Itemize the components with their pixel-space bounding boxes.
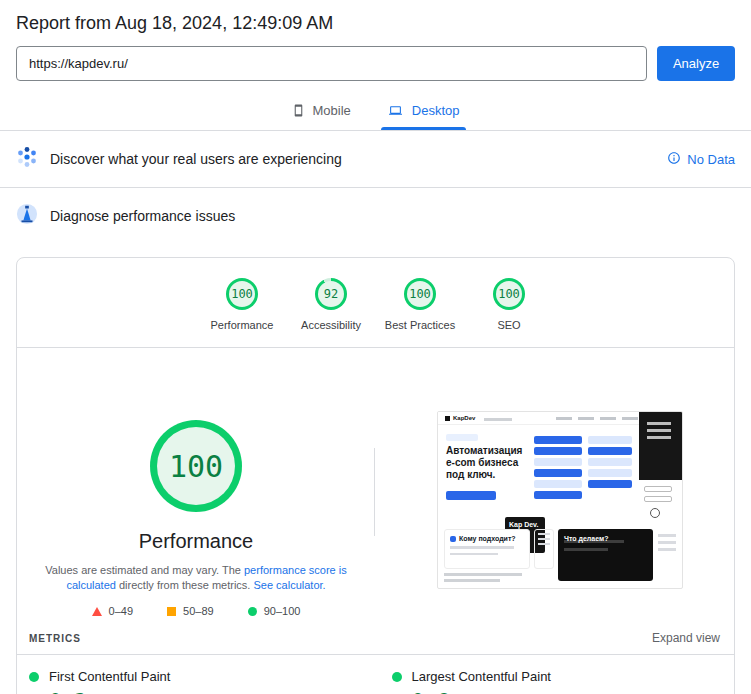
see-calculator-link[interactable]: See calculator. — [253, 579, 325, 591]
screenshot-side-buttons — [644, 486, 672, 506]
no-data-label: No Data — [687, 152, 735, 167]
score-accessibility[interactable]: 92 Accessibility — [287, 278, 376, 331]
performance-summary: 100 Performance Values are estimated and… — [17, 348, 734, 617]
screenshot-headline: Автоматизация e-com бизнеса под ключ. — [446, 445, 546, 481]
category-scores: 100 Performance 92 Accessibility 100 Bes… — [17, 258, 734, 348]
screenshot-right-bars — [658, 534, 676, 555]
mobile-icon — [292, 104, 305, 117]
screenshot-mid-card — [534, 529, 554, 569]
disclaimer-text-2: directly from these metrics. — [116, 579, 254, 591]
tab-desktop[interactable]: Desktop — [375, 95, 472, 130]
performance-gauge-block: 100 Performance Values are estimated and… — [17, 348, 375, 617]
legend-pass: 90–100 — [248, 605, 301, 617]
green-dot-icon — [29, 672, 39, 682]
best-practices-gauge: 100 — [404, 278, 436, 310]
score-disclaimer: Values are estimated and may vary. The p… — [26, 563, 366, 593]
metric-lcp[interactable]: Largest Contentful Paint 0.6 s — [392, 669, 711, 694]
report-title: Report from Aug 18, 2024, 12:49:09 AM — [0, 0, 751, 46]
performance-gauge: 100 — [226, 278, 258, 310]
lab-data-title: Diagnose performance issues — [50, 208, 235, 224]
performance-gauge-title: Performance — [139, 530, 254, 553]
metric-lcp-value: 0.6 s — [412, 690, 711, 694]
metric-fcp-value: 0.3 s — [49, 690, 348, 694]
lighthouse-icon — [16, 203, 38, 229]
disclaimer-text-1: Values are estimated and may vary. The — [45, 564, 244, 576]
analyze-bar: Analyze — [0, 46, 751, 81]
screenshot-nav-placeholder — [556, 417, 638, 420]
legend-fail: 0–49 — [92, 605, 133, 617]
field-data-title: Discover what your real users are experi… — [50, 151, 342, 167]
lab-data-section: Diagnose performance issues — [0, 188, 751, 244]
screenshot-arrow-circle — [650, 508, 660, 518]
legend-average: 50–89 — [167, 605, 214, 617]
screenshot-chip — [446, 434, 478, 441]
green-circle-icon — [248, 607, 257, 616]
green-dot-icon — [392, 672, 402, 682]
tab-mobile[interactable]: Mobile — [280, 95, 363, 130]
screenshot-phone-placeholder — [484, 418, 512, 421]
screenshot-footer-bars — [444, 573, 522, 585]
orange-square-icon — [167, 607, 176, 616]
screenshot-cta-button — [446, 491, 496, 500]
desktop-icon — [387, 104, 404, 117]
no-data-status[interactable]: No Data — [667, 151, 735, 168]
site-screenshot[interactable]: KapDev Автоматизация e-com бизнеса под к… — [437, 411, 683, 589]
performance-score-gauge[interactable]: 100 — [150, 420, 242, 512]
screenshot-column: KapDev Автоматизация e-com бизнеса под к… — [437, 348, 683, 617]
screenshot-logo-mark — [445, 416, 450, 421]
score-best-practices[interactable]: 100 Best Practices — [376, 278, 465, 331]
screenshot-button-column-b — [588, 436, 632, 491]
analyze-button[interactable]: Analyze — [657, 46, 735, 81]
url-input[interactable] — [16, 46, 647, 81]
seo-gauge: 100 — [493, 278, 525, 310]
screenshot-card-dark: Что делаем? — [558, 529, 653, 581]
score-legend: 0–49 50–89 90–100 — [92, 605, 301, 617]
screenshot-dark-banner — [639, 412, 682, 480]
metric-lcp-name: Largest Contentful Paint — [412, 669, 551, 684]
screenshot-card-icon — [450, 536, 456, 542]
expand-view-button[interactable]: Expand view — [652, 631, 720, 645]
score-performance[interactable]: 100 Performance — [198, 278, 287, 331]
metrics-grid: First Contentful Paint 0.3 s Largest Con… — [17, 655, 734, 694]
crux-icon — [16, 146, 38, 172]
device-tabs: Mobile Desktop — [0, 95, 751, 131]
screenshot-logo-text: KapDev — [453, 415, 475, 421]
field-data-section: Discover what your real users are experi… — [0, 131, 751, 188]
info-icon — [667, 151, 681, 168]
tab-mobile-label: Mobile — [313, 103, 351, 118]
accessibility-gauge: 92 — [315, 278, 347, 310]
screenshot-card-left: Кому подходит? — [444, 529, 530, 569]
tab-desktop-label: Desktop — [412, 103, 460, 118]
metric-fcp-name: First Contentful Paint — [49, 669, 170, 684]
screenshot-button-column-a — [534, 436, 582, 502]
score-seo[interactable]: 100 SEO — [465, 278, 554, 331]
lighthouse-report-card: 100 Performance 92 Accessibility 100 Bes… — [16, 257, 735, 694]
metric-fcp[interactable]: First Contentful Paint 0.3 s — [29, 669, 348, 694]
metrics-label: METRICS — [29, 633, 81, 644]
metrics-header: METRICS Expand view — [17, 631, 734, 655]
red-triangle-icon — [92, 607, 102, 616]
